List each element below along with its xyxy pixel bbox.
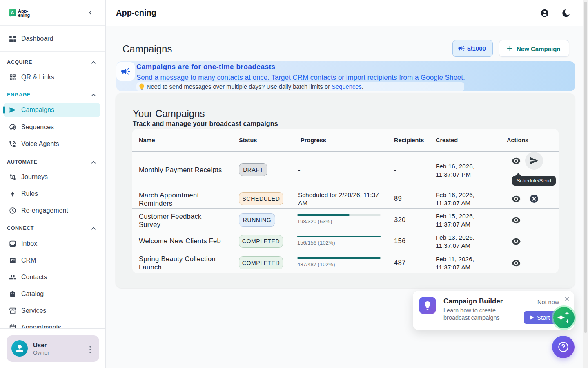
- svg-text:A: A: [11, 10, 14, 15]
